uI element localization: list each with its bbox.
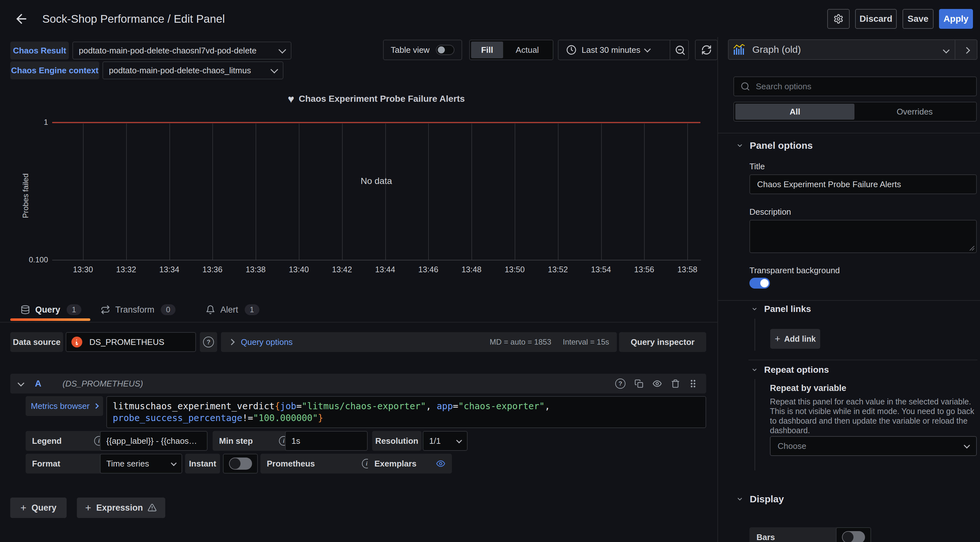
tab-query[interactable]: Query 1 — [21, 302, 81, 317]
data-source-picker[interactable]: DS_PROMETHEUS — [66, 332, 196, 352]
tab-badge: 1 — [245, 304, 259, 315]
eye-icon[interactable] — [652, 379, 662, 388]
tab-transform[interactable]: Transform 0 — [100, 302, 175, 317]
time-picker[interactable]: Last 30 minutes — [558, 40, 689, 60]
fill-actual-switch: Fill Actual — [469, 40, 554, 60]
panel-title-value: Chaos Experiment Probe Failure Alerts — [757, 179, 901, 189]
actual-option[interactable]: Actual — [503, 41, 552, 58]
panel-title-input[interactable]: Chaos Experiment Probe Failure Alerts — [749, 174, 977, 194]
legend-input[interactable]: {{app_label}} - {{chaos… — [100, 431, 208, 451]
query-options-bar[interactable]: Query options MD = auto = 1853 Interval … — [221, 332, 617, 352]
sidebar-left-border — [718, 37, 718, 542]
chevron-down-icon — [943, 47, 950, 54]
time-picker-divider — [670, 40, 670, 60]
x-tick-label: 13:58 — [677, 265, 698, 274]
gridline — [644, 124, 645, 260]
gridline — [169, 124, 170, 260]
tab-label: Query — [35, 305, 60, 315]
fill-option[interactable]: Fill — [471, 41, 503, 58]
x-tick-label: 13:50 — [505, 265, 525, 274]
x-tick-label: 13:32 — [116, 265, 137, 274]
query-inspector-label: Query inspector — [631, 337, 694, 347]
filter-tab-all[interactable]: All — [735, 104, 854, 120]
repeat-description-line: to dashboard and then update the variabl… — [770, 416, 974, 426]
format-select[interactable]: Time series — [100, 454, 182, 474]
gridline — [126, 124, 127, 260]
tab-badge: 0 — [161, 304, 175, 315]
transform-icon — [100, 305, 110, 314]
section-panel-options[interactable]: Panel options — [736, 140, 813, 151]
resolution-value: 1/1 — [429, 436, 441, 446]
variable-value-chaos-result[interactable]: podtato-main-pod-delete-chaosnl7vd-pod-d… — [72, 41, 291, 60]
refresh-button[interactable] — [695, 40, 718, 60]
description-textarea[interactable] — [749, 220, 977, 253]
gridline — [299, 124, 299, 260]
chevron-down-icon — [964, 442, 970, 448]
settings-button[interactable] — [827, 9, 850, 29]
section-repeat-options[interactable]: Repeat options — [751, 365, 829, 375]
save-button[interactable]: Save — [902, 9, 934, 29]
prometheus-icon — [72, 337, 82, 347]
min-step-input[interactable]: 1s — [285, 431, 368, 451]
search-placeholder: Search options — [756, 82, 811, 92]
discard-button[interactable]: Discard — [855, 9, 897, 29]
table-view-toggle[interactable] — [436, 45, 455, 55]
viz-picker-divider — [955, 40, 955, 59]
resize-handle-icon[interactable] — [969, 246, 975, 251]
legend-label-text: Legend — [32, 436, 62, 446]
page-title: Sock-Shop Performance / Edit Panel — [42, 0, 225, 38]
add-query-button[interactable]: + Query — [10, 498, 67, 518]
chevron-right-icon — [93, 404, 99, 409]
back-icon[interactable] — [14, 11, 29, 26]
x-tick-label: 13:54 — [591, 265, 611, 274]
min-step-label: Min step i — [213, 431, 295, 451]
bars-toggle[interactable] — [836, 527, 871, 542]
search-options-input[interactable]: Search options — [733, 76, 977, 96]
prometheus-type-label: Prometheus i — [260, 454, 378, 474]
filter-tab-overrides[interactable]: Overrides — [854, 104, 975, 120]
section-title: Panel options — [750, 140, 813, 151]
exemplars-label-text: Exemplars — [374, 459, 417, 469]
panel-header[interactable]: ♥ Chaos Experiment Probe Failure Alerts — [52, 94, 700, 104]
resolution-select[interactable]: 1/1 — [423, 431, 468, 451]
gridline — [83, 124, 84, 260]
section-display[interactable]: Display — [736, 494, 784, 505]
variable-label-text: Chaos Engine context — [11, 66, 98, 76]
chevron-right-icon[interactable] — [963, 47, 970, 54]
section-panel-links[interactable]: Panel links — [751, 304, 811, 314]
gridline — [428, 124, 429, 260]
table-view-control[interactable]: Table view — [383, 40, 462, 60]
section-guide-line — [754, 319, 755, 351]
zoom-out-icon[interactable] — [675, 45, 686, 55]
drag-handle-icon[interactable] — [689, 379, 697, 388]
eye-icon[interactable] — [436, 459, 445, 468]
instant-toggle[interactable] — [223, 454, 258, 474]
query-inspector-button[interactable]: Query inspector — [619, 332, 706, 352]
x-tick-label: 13:48 — [461, 265, 482, 274]
apply-button[interactable]: Apply — [939, 9, 973, 29]
min-step-label-text: Min step — [219, 436, 253, 446]
repeat-by-variable-label: Repeat by variable — [770, 383, 846, 393]
variable-label-chaos-result: Chaos Result — [10, 41, 69, 60]
metrics-browser-button[interactable]: Metrics browser — [25, 396, 103, 416]
trash-icon[interactable] — [671, 379, 680, 388]
collapse-chevron-icon[interactable] — [18, 379, 24, 386]
add-expression-button[interactable]: + Expression — [77, 498, 165, 518]
repeat-variable-select[interactable]: Choose — [770, 436, 977, 456]
promql-editor[interactable]: litmuschaos_experiment_verdict{job="litm… — [106, 396, 706, 428]
legend-input-value: {{app_label}} - {{chaos… — [106, 436, 197, 446]
data-source-help-button[interactable]: ? — [200, 332, 217, 352]
help-circle-icon[interactable]: ? — [615, 379, 625, 389]
transparent-bg-toggle[interactable] — [749, 278, 770, 288]
heart-icon: ♥ — [288, 94, 294, 104]
variable-value-chaos-engine[interactable]: podtato-main-pod-delete-chaos_litmus — [102, 62, 283, 79]
visualization-picker[interactable]: Graph (old) — [728, 40, 977, 60]
metrics-browser-label: Metrics browser — [31, 401, 89, 411]
gridline — [687, 124, 688, 260]
duplicate-icon[interactable] — [635, 379, 643, 388]
query-a-header[interactable]: A (DS_PROMETHEUS) ? — [10, 374, 706, 393]
plus-icon: + — [21, 502, 27, 514]
add-link-button[interactable]: + Add link — [770, 329, 820, 349]
max-data-points-text: MD = auto = 1853 — [490, 338, 551, 347]
tab-alert[interactable]: Alert 1 — [205, 302, 259, 317]
